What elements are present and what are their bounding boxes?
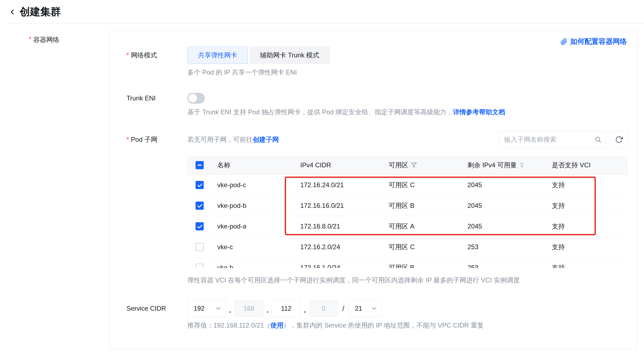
- cell-name: vke-b: [212, 264, 295, 268]
- search-icon[interactable]: [595, 136, 602, 143]
- cidr-octet2-field: 168: [234, 300, 263, 317]
- column-header-vci: 是否支持 VCI: [546, 161, 628, 169]
- trunk-eni-row: Trunk ENI 基于 Trunk ENI 支持 Pod 独占弹性网卡，提供 …: [109, 93, 637, 116]
- container-network-label: * 容器网络: [0, 30, 109, 44]
- paperclip-icon: [561, 38, 568, 45]
- network-mode-row: * 网络模式 共享弹性网卡 辅助网卡 Trunk 模式 多个 Pod 的 IP …: [109, 47, 637, 76]
- container-network-label-text: 容器网络: [33, 35, 59, 44]
- cell-az: 可用区 B: [383, 201, 462, 210]
- refresh-icon: [615, 136, 623, 143]
- column-header-cidr: IPv4 CIDR: [295, 161, 383, 169]
- network-mode-group: 共享弹性网卡 辅助网卡 Trunk 模式: [187, 47, 628, 64]
- cell-az: 可用区 C: [383, 243, 462, 251]
- subnet-table-body: vke-pod-c 172.16.24.0/21 可用区 C 2045 支持 v…: [187, 175, 628, 268]
- page-header: 创建集群: [0, 0, 644, 23]
- pod-subnet-row: * Pod 子网 若无可用子网，可前往创建子网: [109, 131, 637, 284]
- table-row: vke-c 172.16.2.0/24 可用区 C 253 支持: [187, 237, 628, 257]
- cell-remaining: 2045: [462, 202, 546, 209]
- cell-cidr: 172.16.24.0/21: [295, 181, 383, 189]
- service-cidr-hint: 推荐值：192.168.112.0/21（使用），集群内的 Service 所使…: [187, 321, 628, 329]
- cidr-dot-separator: .: [267, 303, 268, 317]
- required-asterisk: *: [126, 131, 129, 148]
- row-checkbox[interactable]: [196, 181, 204, 189]
- subnet-table-header: 名称 IPv4 CIDR 可用区 剩余 IPv4 可用量 是否支持: [187, 156, 628, 175]
- use-recommended-link[interactable]: 使用: [270, 322, 283, 329]
- pod-subnet-hint: 若无可用子网，可前往创建子网: [187, 135, 279, 144]
- table-row: vke-b 172.16.1.0/24 可用区 B 253 支持: [187, 257, 628, 268]
- cell-vci: 支持: [546, 201, 628, 210]
- row-checkbox[interactable]: [196, 222, 204, 230]
- network-mode-label: * 网络模式: [109, 47, 187, 64]
- table-row: vke-pod-b 172.16.16.0/21 可用区 B 2045 支持: [187, 195, 628, 216]
- cell-cidr: 172.16.2.0/24: [295, 243, 383, 251]
- mode-option-trunk[interactable]: 辅助网卡 Trunk 模式: [249, 47, 330, 64]
- chevron-down-icon: [371, 305, 378, 312]
- filter-icon[interactable]: [411, 162, 417, 168]
- cidr-octet1-select[interactable]: 192: [187, 300, 226, 317]
- mode-option-shared-eni[interactable]: 共享弹性网卡: [187, 47, 248, 64]
- cell-name: vke-c: [212, 243, 295, 251]
- cell-name: vke-pod-c: [212, 181, 295, 189]
- cell-vci: 支持: [546, 222, 628, 231]
- help-link-label: 如何配置容器网络: [570, 37, 627, 46]
- network-mode-hint: 多个 Pod 的 IP 共享一个弹性网卡 ENI: [187, 68, 628, 76]
- row-checkbox[interactable]: [196, 202, 204, 210]
- cell-az: 可用区 C: [383, 181, 462, 189]
- service-cidr-row: Service CIDR 192 . 168 . 112 . 0: [109, 300, 637, 329]
- vci-scheduling-footnote: 弹性容器 VCI 在每个可用区选择一个子网进行实例调度，同一个可用区内选择剩余 …: [187, 276, 628, 284]
- chevron-down-icon: [215, 305, 222, 312]
- cell-cidr: 172.16.16.0/21: [295, 202, 383, 209]
- cell-az: 可用区 B: [383, 263, 462, 268]
- container-network-card: 如何配置容器网络 * 网络模式 共享弹性网卡 辅助网卡 Trunk 模式 多个 …: [109, 30, 637, 349]
- refresh-button[interactable]: [610, 131, 628, 148]
- cell-vci: 支持: [546, 263, 628, 268]
- column-header-remaining: 剩余 IPv4 可用量: [462, 161, 546, 169]
- cell-cidr: 172.16.1.0/24: [295, 264, 383, 268]
- cell-name: vke-pod-a: [212, 223, 295, 230]
- cell-remaining: 253: [462, 243, 546, 251]
- service-cidr-inputs: 192 . 168 . 112 . 0 / 21: [187, 300, 628, 317]
- cidr-dot-separator: .: [229, 303, 231, 317]
- cell-name: vke-pod-b: [212, 202, 295, 209]
- cell-remaining: 2045: [462, 223, 546, 230]
- trunk-eni-doc-link[interactable]: 详情参考帮助文档: [453, 108, 505, 116]
- cell-remaining: 253: [462, 264, 546, 268]
- subnet-table: 名称 IPv4 CIDR 可用区 剩余 IPv4 可用量 是否支持: [187, 156, 628, 268]
- cell-cidr: 172.16.8.0/21: [295, 223, 383, 230]
- cell-remaining: 2045: [462, 181, 546, 189]
- page-title: 创建集群: [20, 5, 61, 19]
- service-cidr-label: Service CIDR: [109, 300, 187, 317]
- cidr-octet3-field[interactable]: 112: [272, 300, 301, 317]
- header-divider: [5, 23, 644, 23]
- create-subnet-link[interactable]: 创建子网: [253, 136, 279, 143]
- subnet-search-box: [499, 131, 606, 148]
- column-header-name: 名称: [212, 161, 295, 169]
- cell-vci: 支持: [546, 243, 628, 251]
- cidr-dot-separator: .: [304, 303, 306, 317]
- cidr-octet4-field: 0: [309, 300, 338, 317]
- cidr-mask-select[interactable]: 21: [349, 300, 382, 317]
- row-checkbox[interactable]: [196, 243, 204, 251]
- subnet-search-input[interactable]: [504, 136, 595, 143]
- required-asterisk: *: [29, 35, 31, 44]
- back-button[interactable]: [8, 8, 16, 16]
- cell-vci: 支持: [546, 181, 628, 189]
- configure-network-help-link[interactable]: 如何配置容器网络: [561, 37, 627, 46]
- cell-az: 可用区 A: [383, 222, 462, 231]
- trunk-eni-toggle[interactable]: [187, 93, 205, 104]
- table-row: vke-pod-c 172.16.24.0/21 可用区 C 2045 支持: [187, 175, 628, 195]
- chevron-left-icon: [8, 8, 16, 16]
- select-all-checkbox[interactable]: [196, 161, 204, 169]
- required-asterisk: *: [126, 47, 129, 64]
- row-checkbox[interactable]: [196, 264, 204, 268]
- column-header-az: 可用区: [383, 161, 462, 169]
- table-row: vke-pod-a 172.16.8.0/21 可用区 A 2045 支持: [187, 216, 628, 237]
- sort-icon[interactable]: [520, 162, 524, 168]
- trunk-eni-hint: 基于 Trunk ENI 支持 Pod 独占弹性网卡，提供 Pod 绑定安全组、…: [187, 108, 628, 116]
- pod-subnet-label: * Pod 子网: [109, 131, 187, 148]
- cidr-slash-separator: /: [342, 304, 344, 313]
- trunk-eni-label: Trunk ENI: [109, 93, 187, 104]
